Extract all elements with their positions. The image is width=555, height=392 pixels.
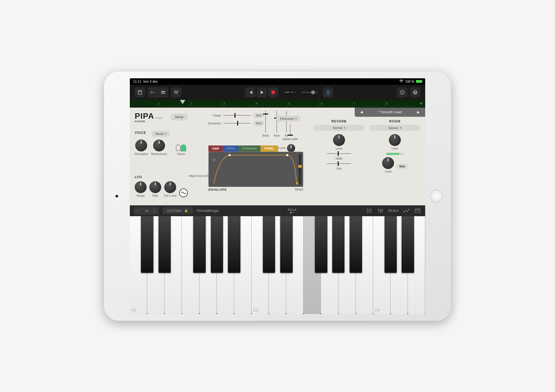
room-mod-button[interactable]: Mod	[397, 164, 407, 169]
presets-button[interactable]: Förinställningar	[196, 209, 219, 213]
nose-slider[interactable]	[276, 111, 277, 132]
bar-3[interactable]: 3	[222, 100, 254, 107]
bar-7[interactable]: 7	[352, 100, 385, 107]
status-time: 11:11	[133, 80, 141, 83]
weight-slider[interactable]	[299, 154, 301, 184]
key-ds2[interactable]	[159, 216, 171, 273]
svg-point-14	[286, 154, 288, 156]
room-mode-select[interactable]: Spacey	[369, 125, 420, 131]
svg-point-18	[378, 209, 379, 210]
master-volume[interactable]	[301, 92, 318, 93]
preset-prev-button[interactable]: ◀	[360, 110, 363, 114]
scale-button[interactable]: SKALA	[388, 209, 399, 213]
view-regions-button[interactable]	[158, 87, 168, 98]
reverb-size-slider[interactable]	[327, 163, 351, 164]
env-tab-dynamics[interactable]: DYNAMICS	[238, 145, 260, 152]
svg-point-7	[271, 90, 275, 94]
key-cs2[interactable]	[141, 216, 153, 273]
randomness-knob[interactable]	[153, 140, 165, 151]
voice-mode-select[interactable]: Mixed	[151, 131, 170, 137]
key-gs3[interactable]	[332, 216, 345, 273]
svg-point-24	[408, 209, 409, 210]
voice-title: VOICE	[135, 131, 146, 135]
room-level-knob[interactable]	[389, 134, 401, 146]
body-slider[interactable]: .vslider::after{top:var(--t,40px)}	[265, 111, 266, 132]
panorama-select[interactable]: Panorama	[276, 116, 301, 122]
key-as3[interactable]	[350, 216, 362, 273]
vowel-slider[interactable]: .hslider::after{left:var(--p,50%)}	[224, 115, 251, 116]
controls-button[interactable]	[377, 208, 384, 214]
dynamics-label: Dynamics	[206, 122, 221, 125]
bar-4[interactable]: 4	[254, 100, 287, 107]
bar-5[interactable]: 5	[287, 100, 320, 107]
sustain-button[interactable]: SUSTAIN🔒	[163, 207, 193, 214]
env-tab-vowel[interactable]: VOWEL	[260, 145, 278, 152]
scroll-indicator[interactable]: RULLA	[288, 208, 296, 213]
fluctuation-knob[interactable]	[135, 140, 147, 151]
key-fs3[interactable]	[315, 216, 327, 273]
metronome-button[interactable]	[323, 87, 333, 98]
add-bars-button[interactable]: +	[417, 100, 425, 107]
reverb-mode-select[interactable]: Normal	[314, 125, 364, 131]
preset-next-button[interactable]: ▶	[417, 110, 420, 114]
octave-down-button[interactable]: ‹	[134, 207, 142, 215]
preset-bar: ◀ * Smooth Lead ▶	[355, 108, 425, 117]
piano-keyboard[interactable]: C2 C3 C4	[130, 216, 425, 314]
arpeggiator-button[interactable]	[402, 208, 410, 214]
ipad-home-button[interactable]	[430, 190, 443, 203]
svg-point-9	[401, 92, 403, 93]
lfo-waveform-button[interactable]	[179, 189, 188, 197]
battery-percent: 100 %	[405, 80, 414, 83]
svg-point-19	[380, 211, 381, 212]
glissando-button[interactable]	[365, 208, 373, 214]
bar-6[interactable]: 6	[320, 100, 352, 107]
key-gs2[interactable]	[211, 216, 223, 273]
preset-name[interactable]: * Smooth Lead	[378, 110, 402, 114]
view-track-button[interactable]	[148, 87, 158, 98]
timeline-ruler[interactable]: 1 2 3 4 5 6 7 8 +	[130, 100, 425, 108]
svg-point-23	[407, 211, 408, 212]
lock-icon: 🔒	[184, 209, 188, 212]
key-fs2[interactable]	[193, 216, 206, 273]
keyboard-view-button[interactable]	[414, 208, 421, 214]
setup-button[interactable]: Setup	[170, 114, 188, 121]
key-as2[interactable]	[228, 216, 240, 273]
dynamics-slider[interactable]	[224, 123, 251, 124]
help-button[interactable]: ?	[410, 87, 420, 98]
voices-icon[interactable]	[176, 144, 186, 151]
lfo-range-knob[interactable]	[135, 181, 147, 193]
room-level2-knob[interactable]	[382, 157, 394, 169]
svg-point-12	[213, 159, 215, 161]
spatial-width-slider[interactable]	[290, 124, 291, 136]
browser-button[interactable]	[135, 87, 145, 98]
wifi-icon	[399, 79, 404, 83]
key-ds3[interactable]	[280, 216, 293, 273]
key-cs4[interactable]	[385, 216, 397, 273]
bar-2[interactable]: 2	[189, 100, 222, 107]
key-ds4[interactable]	[402, 216, 414, 273]
reverb-title: REVERB	[314, 119, 364, 123]
envelope-display[interactable]	[208, 152, 303, 187]
env-tab-gain[interactable]: GAIN	[208, 145, 223, 152]
play-button[interactable]	[257, 87, 267, 98]
lfo-ctrl1-knob[interactable]	[164, 181, 176, 193]
key-cs3[interactable]	[263, 216, 275, 273]
svg-point-13	[228, 154, 231, 156]
attack-mod-label: Attack mod (vel)	[189, 174, 208, 177]
reverb-level-knob[interactable]	[333, 134, 345, 146]
plugin-title: PIPA	[135, 111, 154, 121]
svg-point-5	[176, 92, 177, 93]
mixer-button[interactable]	[171, 87, 181, 98]
lfo-title: LFO	[135, 175, 188, 179]
svg-point-6	[177, 91, 178, 92]
bar-8[interactable]: 8	[385, 100, 417, 107]
level-meter	[285, 92, 296, 93]
reverb-width-slider[interactable]	[327, 153, 351, 154]
settings-button[interactable]	[397, 87, 407, 98]
lfo-rate-knob[interactable]	[149, 181, 161, 193]
rewind-button[interactable]	[245, 87, 256, 98]
env-tab-pitch[interactable]: PITCH	[223, 145, 238, 152]
octave-up-button[interactable]: ›	[150, 207, 159, 215]
record-button[interactable]	[268, 87, 278, 98]
playhead[interactable]	[180, 100, 185, 105]
